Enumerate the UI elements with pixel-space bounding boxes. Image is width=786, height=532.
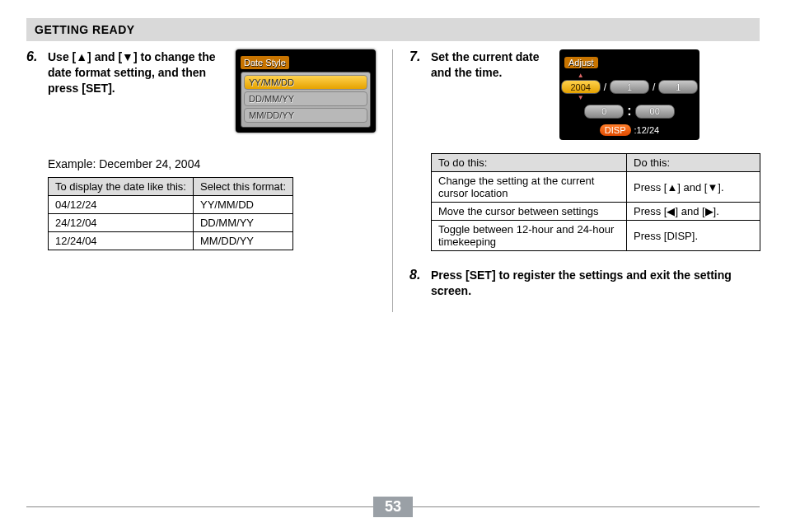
slash-separator: / — [653, 82, 655, 93]
year-field: ▲ 2004 ▼ — [561, 72, 601, 101]
up-caret-icon: ▲ — [578, 72, 584, 79]
left-arrow-icon — [667, 205, 675, 217]
disp-label: DISP — [600, 124, 631, 136]
step-text: Set the current date and the time. — [431, 49, 559, 81]
table-cell: Move the cursor between settings — [432, 203, 627, 221]
lcd-option-list: YY/MM/DD DD/MM/YY MM/DD/YY — [241, 72, 371, 128]
text-part: ]. — [713, 205, 719, 217]
table-cell: Change the setting at the current cursor… — [432, 172, 627, 203]
disp-value: :12/24 — [634, 125, 660, 135]
lcd: Date Style YY/MM/DD DD/MM/YY MM/DD/YY — [236, 49, 376, 133]
table-cell: DD/MM/YY — [193, 214, 292, 232]
adjust-screen: Adjust ▲ 2004 ▼ / 1 / 1 — [559, 49, 699, 140]
text-part: ] and [ — [677, 181, 707, 194]
table-header: To display the date like this: — [49, 178, 194, 196]
step-number: 6. — [26, 49, 48, 64]
page-number: 53 — [373, 497, 413, 517]
lcd-title: Date Style — [241, 56, 289, 69]
example-text: Example: December 24, 2004 — [48, 157, 376, 170]
time-row: 0 : 00 — [564, 104, 695, 119]
columns: 6. Use [] and [] to change the date form… — [26, 49, 760, 312]
down-arrow-icon — [122, 50, 133, 63]
table-cell: Toggle between 12-hour and 24-hour timek… — [432, 221, 627, 251]
text-part: Use [ — [48, 50, 76, 63]
minute-value: 00 — [635, 105, 675, 119]
table-header: Select this format: — [193, 178, 292, 196]
table-row: 24/12/04 DD/MM/YY — [49, 214, 293, 232]
right-arrow-icon — [705, 205, 713, 217]
date-row: ▲ 2004 ▼ / 1 / 1 — [564, 72, 695, 101]
table-row: Toggle between 12-hour and 24-hour timek… — [432, 221, 760, 251]
table-cell: MM/DD/YY — [193, 232, 292, 250]
action-table: To do this: Do this: Change the setting … — [431, 153, 760, 251]
table-cell: 12/24/04 — [49, 232, 194, 250]
page: GETTING READY 6. Use [] and [] to change… — [0, 0, 786, 532]
table-header: To do this: — [432, 154, 627, 172]
table-cell: 04/12/24 — [49, 196, 194, 214]
table-cell: Press [DISP]. — [627, 221, 760, 251]
text-part: ] and [ — [675, 205, 704, 217]
lcd-option-selected: YY/MM/DD — [244, 75, 367, 90]
table-row: 04/12/24 YY/MM/DD — [49, 196, 293, 214]
colon-separator: : — [627, 104, 631, 119]
lcd-title: Adjust — [564, 57, 598, 68]
lcd-option: MM/DD/YY — [244, 108, 367, 123]
step-text: Use [] and [] to change the date format … — [48, 49, 236, 96]
slash-separator: / — [604, 82, 606, 93]
step-8: 8. Press [SET] to register the settings … — [409, 268, 760, 299]
date-style-screen: Date Style YY/MM/DD DD/MM/YY MM/DD/YY — [236, 49, 376, 133]
text-part: ]. — [718, 181, 723, 194]
table-cell: Press [] and []. — [627, 203, 760, 221]
month-value: 1 — [610, 80, 649, 94]
table-row: Change the setting at the current cursor… — [432, 172, 760, 203]
table-row: Move the cursor between settings Press [… — [432, 203, 760, 221]
step-7: 7. Set the current date and the time. Ad… — [409, 49, 760, 140]
year-value: 2004 — [561, 80, 601, 94]
table-cell: Press [] and []. — [627, 172, 760, 203]
format-table: To display the date like this: Select th… — [48, 177, 293, 250]
table-cell: 24/12/04 — [49, 214, 194, 232]
step-6: 6. Use [] and [] to change the date form… — [26, 49, 376, 133]
text-part: Press [ — [634, 205, 667, 217]
up-arrow-icon — [667, 181, 677, 194]
text-part: ] and [ — [87, 50, 122, 63]
lcd-option: DD/MM/YY — [244, 91, 367, 106]
down-arrow-icon — [707, 181, 718, 194]
step-number: 8. — [409, 268, 431, 282]
disp-row: DISP:12/24 — [564, 122, 695, 137]
hour-value: 0 — [584, 105, 624, 119]
lcd: Adjust ▲ 2004 ▼ / 1 / 1 — [559, 49, 699, 140]
right-column: 7. Set the current date and the time. Ad… — [393, 49, 760, 312]
text-part: Press [ — [634, 181, 667, 194]
step-text: Press [SET] to register the settings and… — [431, 268, 760, 299]
table-header: Do this: — [627, 154, 760, 172]
up-arrow-icon — [76, 50, 87, 63]
down-caret-icon: ▼ — [578, 95, 584, 101]
section-header: GETTING READY — [26, 18, 760, 41]
table-cell: YY/MM/DD — [193, 196, 292, 214]
left-column: 6. Use [] and [] to change the date form… — [26, 49, 393, 312]
table-row: 12/24/04 MM/DD/YY — [49, 232, 293, 250]
step-number: 7. — [409, 49, 431, 64]
day-value: 1 — [658, 80, 698, 94]
